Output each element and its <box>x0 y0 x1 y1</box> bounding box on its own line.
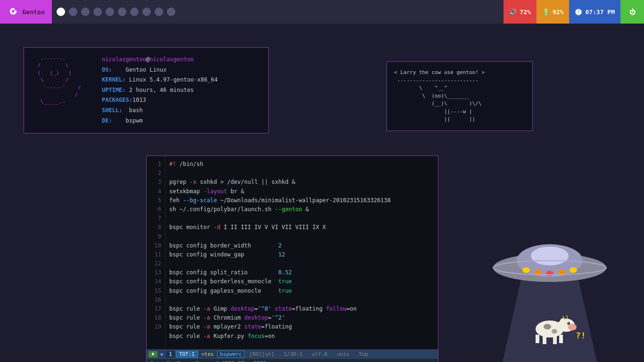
cow-speech-box: < Larry the cow use gentoo! > ----------… <box>387 61 533 131</box>
workspace-2[interactable] <box>69 8 77 16</box>
de-label: DE: <box>102 117 112 124</box>
svg-point-24 <box>552 329 557 334</box>
file-context: [RO][sh] 1/30:1 utf-8 unix Top <box>246 351 436 357</box>
workspace-1[interactable] <box>57 8 65 16</box>
os-value: Gentoo Linux <box>126 66 167 73</box>
systray: 🔊 72% 🔋 92% 🕐 07:37 PM ⏻ <box>504 0 644 24</box>
volume-indicator[interactable]: 🔊 72% <box>504 0 536 24</box>
packages-label: PACKAGES: <box>102 97 132 103</box>
workspace-bar <box>52 0 504 24</box>
code-editor[interactable]: 1 2 3 4 5 6 7 8 9 10 11 12 13 14 15 16 1… <box>146 156 438 362</box>
battery-icon: 🔋 <box>542 8 550 16</box>
system-info: nicolasgentoo@nicolasgentoo OS: Gentoo L… <box>102 55 218 126</box>
svg-point-23 <box>544 324 551 329</box>
tes-label: <tes <box>199 351 216 357</box>
ufo-illustration: ?! <box>455 183 644 362</box>
gentoo-launcher-label: Gentoo <box>23 8 45 16</box>
mode-indicator: ♦ <box>149 351 157 357</box>
filename: .config/bspwm/bspwrc <box>154 360 216 362</box>
kernel-value: Linux 5.4.97-gentoo-x86_64 <box>129 76 218 83</box>
volume-icon: 🔊 <box>509 8 517 16</box>
hostname: nicolasgentoo <box>149 56 194 63</box>
battery-indicator[interactable]: 🔋 92% <box>537 0 569 24</box>
svg-point-7 <box>546 271 553 276</box>
gentoo-icon <box>8 6 19 17</box>
svg-marker-1 <box>503 277 597 362</box>
svg-point-4 <box>531 247 569 265</box>
workspace-4[interactable] <box>93 8 102 16</box>
workspace-7[interactable] <box>130 8 139 16</box>
svg-point-17 <box>568 324 577 330</box>
svg-rect-15 <box>559 335 563 343</box>
username: nicolasgentoo <box>102 56 146 63</box>
kernel-label: KERNEL: <box>102 76 126 83</box>
workspace-6[interactable] <box>118 8 126 16</box>
line-numbers: 1 2 3 4 5 6 7 8 9 10 11 12 13 14 15 16 1… <box>147 156 165 349</box>
svg-text:?!: ?! <box>576 330 586 340</box>
workspace-5[interactable] <box>106 8 114 16</box>
taskbar: Gentoo 🔊 72% 🔋 92% 🕐 07:37 PM ⏻ <box>0 0 644 24</box>
uptime-label: UPTIME: <box>102 87 126 93</box>
tab-indicator: TOT:1 <box>176 351 198 358</box>
code-lines[interactable]: #! /bin/sh pgrep -x sxhkd > /dev/null ||… <box>165 156 438 349</box>
svg-rect-12 <box>536 335 539 343</box>
clock-icon: 🕐 <box>575 8 582 16</box>
battery-value: 92% <box>553 8 563 16</box>
workspace-9[interactable] <box>155 8 163 16</box>
bspwmrc-label: bspwmrc <box>217 351 245 358</box>
cow-text: < Larry the cow use gentoo! > ----------… <box>394 69 525 123</box>
gentoo-launcher[interactable]: Gentoo <box>0 0 52 24</box>
filename-bar: ".config/bspwm/bspwrc" [RO] 30L, 880C <box>147 359 438 362</box>
top-indicator: Top <box>359 351 368 357</box>
fileinfo: [RO] 30L, 880C <box>222 360 266 362</box>
svg-rect-14 <box>553 336 557 344</box>
clock-value: 07:37 PM <box>585 8 615 16</box>
packages-value: 1013 <box>132 97 146 103</box>
workspace-8[interactable] <box>142 8 151 16</box>
svg-point-9 <box>570 267 577 273</box>
shell-label: SHELL: <box>102 107 122 114</box>
clock-indicator: 🕐 07:37 PM <box>569 0 620 24</box>
volume-value: 72% <box>520 8 530 16</box>
power-button[interactable]: ⏻ <box>620 0 644 24</box>
neofetch-panel: .------. / \ | (_) | \ / '-----' / / \__… <box>24 47 269 133</box>
svg-point-18 <box>567 322 570 325</box>
shell-value: bash <box>129 107 143 114</box>
uptime-value: 2 hours, 46 minutes <box>129 87 194 93</box>
diamond-icon: ◆ <box>158 351 165 357</box>
workspace-3[interactable] <box>81 8 90 16</box>
os-label: OS: <box>102 66 112 73</box>
svg-rect-13 <box>543 336 546 344</box>
editor-status-bar: ♦ ◆ 1 TOT:1 <tes bspwmrc [RO][sh] 1/30:1… <box>147 349 438 359</box>
de-value: bspwm <box>126 117 143 124</box>
code-content: 1 2 3 4 5 6 7 8 9 10 11 12 13 14 15 16 1… <box>147 156 438 349</box>
svg-point-5 <box>522 267 530 273</box>
svg-point-19 <box>568 322 569 323</box>
power-icon: ⏻ <box>629 8 636 16</box>
line-number-indicator: 1 <box>166 351 175 357</box>
workspace-10[interactable] <box>167 8 175 16</box>
main-content: .------. / \ | (_) | \ / '-----' / / \__… <box>0 24 644 362</box>
ascii-art: .------. / \ | (_) | \ / '-----' / / \__… <box>31 55 92 126</box>
